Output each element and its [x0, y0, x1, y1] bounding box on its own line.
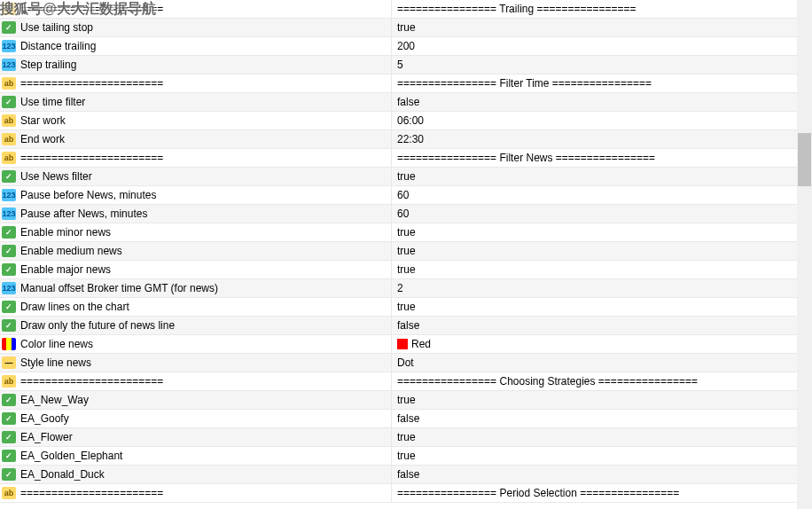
bool-type-icon: ✓ — [2, 170, 16, 183]
property-name-cell[interactable]: ✓Enable minor news — [0, 223, 392, 241]
property-value-label: ================ Filter News ===========… — [397, 152, 655, 164]
property-name-cell[interactable]: ✓Draw lines on the chart — [0, 298, 392, 316]
property-name-cell[interactable]: abStar work — [0, 112, 392, 129]
property-name-label: Enable minor news — [20, 226, 111, 239]
property-name-cell[interactable]: ✓Enable medium news — [0, 242, 392, 260]
property-name-cell[interactable]: 123Manual offset Broker time GMT (for ne… — [0, 279, 392, 297]
property-value-cell[interactable]: 06:00 — [392, 112, 797, 129]
property-value-cell[interactable]: 22:30 — [392, 130, 797, 148]
property-name-cell[interactable]: —Style line news — [0, 354, 392, 372]
string-type-icon: ab — [2, 487, 16, 499]
property-row[interactable]: ✓Enable medium newstrue — [0, 242, 797, 261]
property-value-cell[interactable]: true — [392, 223, 797, 241]
property-row[interactable]: ✓EA_Golden_Elephanttrue — [0, 447, 797, 466]
property-row[interactable]: ✓Draw only the future of news linefalse — [0, 317, 797, 335]
property-name-cell[interactable]: ab======================= — [0, 484, 392, 502]
property-name-cell[interactable]: ✓EA_Donald_Duck — [0, 466, 392, 483]
property-value-cell[interactable]: false — [392, 317, 797, 334]
property-value-cell[interactable]: 2 — [392, 279, 797, 297]
property-row[interactable]: ✓Use News filtertrue — [0, 168, 797, 186]
property-row[interactable]: 123Pause before News, minutes60 — [0, 186, 797, 205]
property-row[interactable]: ✓Draw lines on the charttrue — [0, 298, 797, 317]
property-row[interactable]: abStar work06:00 — [0, 112, 797, 130]
property-name-cell[interactable]: ✓EA_New_Way — [0, 391, 392, 409]
property-name-label: ======================= — [20, 77, 163, 90]
property-value-cell[interactable]: true — [392, 242, 797, 260]
property-name-cell[interactable]: ab======================= — [0, 372, 392, 390]
property-name-cell[interactable]: ab======================= — [0, 74, 392, 92]
property-value-cell[interactable]: false — [392, 93, 797, 111]
property-value-cell[interactable]: true — [392, 19, 797, 36]
property-name-cell[interactable]: ✓EA_Golden_Elephant — [0, 447, 392, 465]
property-value-label: 5 — [397, 59, 403, 71]
property-value-cell[interactable]: ================ Filter News ===========… — [392, 149, 797, 167]
string-type-icon: ab — [2, 77, 16, 90]
property-name-label: Pause before News, minutes — [20, 189, 156, 201]
property-value-cell[interactable]: true — [392, 447, 797, 465]
property-value-cell[interactable]: 5 — [392, 56, 797, 74]
property-row[interactable]: 123Manual offset Broker time GMT (for ne… — [0, 279, 797, 298]
property-value-cell[interactable]: true — [392, 168, 797, 185]
property-value-cell[interactable]: Red — [392, 335, 797, 353]
property-value-label: 60 — [397, 189, 409, 201]
property-row[interactable]: ab======================================… — [0, 0, 797, 19]
property-name-cell[interactable]: abEnd work — [0, 130, 392, 148]
property-value-cell[interactable]: 200 — [392, 37, 797, 55]
property-row[interactable]: ✓EA_New_Waytrue — [0, 391, 797, 410]
bool-type-icon: ✓ — [2, 96, 16, 108]
property-row[interactable]: ✓Enable major newstrue — [0, 261, 797, 279]
property-name-cell[interactable]: 123Step trailing — [0, 56, 392, 74]
property-name-cell[interactable]: 123Distance trailing — [0, 37, 392, 55]
property-name-cell[interactable]: 123Pause before News, minutes — [0, 186, 392, 204]
property-row[interactable]: ✓EA_Goofyfalse — [0, 410, 797, 428]
bool-type-icon: ✓ — [2, 450, 16, 462]
bool-type-icon: ✓ — [2, 412, 16, 425]
property-row[interactable]: —Style line newsDot — [0, 354, 797, 372]
property-name-cell[interactable]: ab======================= — [0, 0, 392, 18]
property-row[interactable]: ✓EA_Donald_Duckfalse — [0, 466, 797, 484]
property-row[interactable]: 123Pause after News, minutes60 — [0, 205, 797, 223]
property-row[interactable]: 123Distance trailing200 — [0, 37, 797, 56]
property-row[interactable]: ab======================================… — [0, 149, 797, 168]
property-row[interactable]: 123Step trailing5 — [0, 56, 797, 74]
property-value-cell[interactable]: true — [392, 391, 797, 409]
property-grid[interactable]: ab======================================… — [0, 0, 797, 509]
property-value-cell[interactable]: 60 — [392, 186, 797, 204]
property-name-label: Pause after News, minutes — [20, 208, 147, 220]
property-name-label: ======================= — [20, 3, 163, 15]
property-row[interactable]: ab======================================… — [0, 484, 797, 503]
property-name-cell[interactable]: 123Pause after News, minutes — [0, 205, 392, 223]
property-value-cell[interactable]: 60 — [392, 205, 797, 223]
property-name-cell[interactable]: Color line news — [0, 335, 392, 353]
property-row[interactable]: abEnd work22:30 — [0, 130, 797, 149]
property-value-cell[interactable]: true — [392, 428, 797, 446]
property-value-cell[interactable]: false — [392, 466, 797, 483]
property-name-cell[interactable]: ✓Use tailing stop — [0, 19, 392, 36]
property-row[interactable]: ✓Use time filterfalse — [0, 93, 797, 112]
property-row[interactable]: ✓Use tailing stoptrue — [0, 19, 797, 37]
property-row[interactable]: Color line newsRed — [0, 335, 797, 354]
property-value-cell[interactable]: ================ Period Selection ======… — [392, 484, 797, 502]
property-value-cell[interactable]: false — [392, 410, 797, 427]
scrollbar-track[interactable] — [797, 0, 812, 509]
property-value-cell[interactable]: ================ Trailing ==============… — [392, 0, 797, 18]
property-name-cell[interactable]: ✓Draw only the future of news line — [0, 317, 392, 334]
scrollbar-thumb[interactable] — [798, 133, 811, 186]
property-row[interactable]: ab======================================… — [0, 74, 797, 93]
property-value-cell[interactable]: true — [392, 298, 797, 316]
property-name-cell[interactable]: ✓Use News filter — [0, 168, 392, 185]
property-name-cell[interactable]: ✓Enable major news — [0, 261, 392, 278]
property-value-cell[interactable]: Dot — [392, 354, 797, 372]
property-row[interactable]: ab======================================… — [0, 372, 797, 391]
property-name-cell[interactable]: ✓EA_Goofy — [0, 410, 392, 427]
property-value-label: ================ Period Selection ======… — [397, 487, 679, 499]
property-name-cell[interactable]: ✓EA_Flower — [0, 428, 392, 446]
property-value-cell[interactable]: true — [392, 261, 797, 278]
property-value-label: false — [397, 319, 419, 332]
property-value-cell[interactable]: ================ Choosing Strategies ===… — [392, 372, 797, 390]
property-row[interactable]: ✓EA_Flowertrue — [0, 428, 797, 447]
property-name-cell[interactable]: ✓Use time filter — [0, 93, 392, 111]
property-name-cell[interactable]: ab======================= — [0, 149, 392, 167]
property-row[interactable]: ✓Enable minor newstrue — [0, 223, 797, 242]
property-value-cell[interactable]: ================ Filter Time ===========… — [392, 74, 797, 92]
